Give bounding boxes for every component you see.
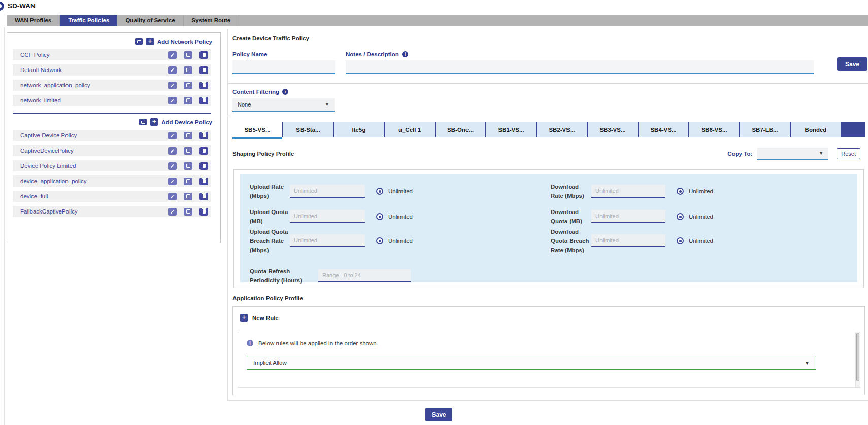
- unlimited-radio[interactable]: [677, 237, 684, 244]
- unlimited-radio[interactable]: [376, 188, 383, 195]
- unlimited-radio-label: Unlimited: [388, 238, 413, 244]
- delete-icon[interactable]: [199, 97, 208, 104]
- tab-wan-profiles[interactable]: WAN Profiles: [7, 15, 60, 26]
- brand-logo-icon: [0, 2, 4, 11]
- delete-icon[interactable]: [199, 162, 208, 170]
- download-quota-label: Download Quota (MB): [551, 207, 591, 226]
- upload-quota-input[interactable]: [290, 210, 365, 223]
- scrollbar-thumb[interactable]: [856, 333, 859, 381]
- unlimited-radio[interactable]: [376, 213, 383, 220]
- interface-tab[interactable]: SB-Sta...: [283, 122, 334, 137]
- network-policy-row[interactable]: CCF Policy: [13, 49, 211, 60]
- edit-icon[interactable]: [168, 97, 177, 104]
- device-policy-row[interactable]: CaptiveDevicePolicy: [13, 145, 211, 156]
- interface-tab[interactable]: SB6-VS...: [689, 122, 740, 137]
- unlimited-radio[interactable]: [677, 188, 684, 195]
- policy-name: network_application_policy: [20, 82, 161, 88]
- content-filtering-label-text: Content Filtering: [232, 89, 279, 95]
- tab-traffic-policies[interactable]: Traffic Policies: [60, 15, 117, 26]
- save-button-bottom[interactable]: Save: [425, 408, 452, 421]
- edit-icon[interactable]: [168, 178, 177, 185]
- device-policy-row[interactable]: FallbackCaptivePolicy: [13, 206, 211, 217]
- delete-icon[interactable]: [199, 82, 208, 89]
- copy-icon[interactable]: [184, 51, 192, 59]
- upload-breach-input[interactable]: [290, 234, 365, 247]
- reset-button[interactable]: Reset: [837, 148, 860, 159]
- interface-tab[interactable]: SB4-VS...: [639, 122, 689, 137]
- plus-icon[interactable]: +: [240, 314, 248, 322]
- rules-scrollbar[interactable]: [855, 332, 860, 387]
- delete-icon[interactable]: [199, 51, 208, 59]
- copy-icon[interactable]: [184, 178, 192, 185]
- chevron-down-icon: ▼: [819, 151, 823, 156]
- copy-icon[interactable]: [184, 82, 192, 89]
- page-title: SD-WAN: [8, 2, 36, 10]
- interface-tab[interactable]: SB2-VS...: [537, 122, 588, 137]
- policy-name-input[interactable]: [232, 60, 335, 74]
- plus-icon[interactable]: +: [150, 118, 158, 126]
- edit-icon[interactable]: [168, 147, 177, 155]
- unlimited-radio[interactable]: [376, 237, 383, 244]
- copy-icon[interactable]: [184, 193, 192, 200]
- download-rate-input[interactable]: [591, 185, 665, 198]
- delete-icon[interactable]: [199, 132, 208, 139]
- interface-tab[interactable]: lte5g: [334, 122, 385, 137]
- delete-icon[interactable]: [199, 147, 208, 155]
- info-icon[interactable]: i: [282, 89, 288, 95]
- open-window-icon[interactable]: [139, 119, 147, 125]
- new-rule-button[interactable]: New Rule: [252, 315, 279, 321]
- edit-icon[interactable]: [168, 193, 177, 200]
- delete-icon[interactable]: [199, 178, 208, 185]
- delete-icon[interactable]: [199, 208, 208, 216]
- unlimited-radio[interactable]: [677, 213, 684, 220]
- device-policy-row[interactable]: device_full: [13, 191, 211, 202]
- network-policy-row[interactable]: Default Network: [13, 64, 211, 76]
- interface-tab[interactable]: SB7-LB...: [740, 122, 791, 137]
- device-policy-row[interactable]: Captive Device Policy: [13, 130, 211, 141]
- save-button-top[interactable]: Save: [837, 57, 867, 71]
- download-breach-input[interactable]: [591, 234, 665, 247]
- open-window-icon[interactable]: [135, 38, 143, 45]
- copy-icon[interactable]: [184, 147, 192, 155]
- device-policy-row[interactable]: device_application_policy: [13, 175, 211, 187]
- interface-tab[interactable]: u_Cell 1: [385, 122, 436, 137]
- new-rule-row: + New Rule: [233, 307, 864, 322]
- tab-system-route[interactable]: System Route: [184, 15, 240, 26]
- edit-icon[interactable]: [168, 51, 177, 59]
- info-icon[interactable]: i: [402, 51, 408, 57]
- device-policy-row[interactable]: Device Policy Limited: [13, 160, 211, 171]
- edit-icon[interactable]: [168, 162, 177, 170]
- network-policy-row[interactable]: network_limited: [13, 95, 211, 106]
- delete-icon[interactable]: [199, 193, 208, 200]
- notes-input[interactable]: [346, 60, 814, 74]
- download-quota-input[interactable]: [591, 210, 665, 223]
- tab-quality-of-service[interactable]: Quality of Service: [117, 15, 183, 26]
- interface-tab[interactable]: SB1-VS...: [486, 122, 537, 137]
- upload-rate-input[interactable]: [290, 185, 365, 198]
- interface-tab[interactable]: Bonded: [791, 122, 842, 137]
- tab-scroll-button[interactable]: [842, 122, 865, 137]
- copy-icon[interactable]: [184, 97, 192, 104]
- copy-icon[interactable]: [184, 208, 192, 216]
- edit-icon[interactable]: [168, 66, 177, 74]
- network-policy-row[interactable]: network_application_policy: [13, 80, 211, 91]
- unlimited-radio-label: Unlimited: [388, 214, 413, 220]
- interface-tab[interactable]: SB5-VS...: [232, 122, 283, 137]
- add-device-policy-row: + Add Device Policy: [7, 114, 220, 130]
- edit-icon[interactable]: [168, 82, 177, 89]
- copy-icon[interactable]: [184, 66, 192, 74]
- copy-icon[interactable]: [184, 132, 192, 139]
- copy-to-select[interactable]: ▼: [757, 148, 828, 160]
- edit-icon[interactable]: [168, 208, 177, 216]
- delete-icon[interactable]: [199, 66, 208, 74]
- interface-tab[interactable]: SB-One...: [436, 122, 486, 137]
- interface-tab[interactable]: SB3-VS...: [588, 122, 639, 137]
- add-network-policy-button[interactable]: Add Network Policy: [157, 39, 212, 45]
- quota-refresh-input[interactable]: [318, 269, 411, 282]
- edit-icon[interactable]: [168, 132, 177, 139]
- add-device-policy-button[interactable]: Add Device Policy: [161, 119, 212, 125]
- content-filtering-select[interactable]: None ▼: [232, 98, 335, 112]
- implicit-allow-select[interactable]: Implicit Allow ▼: [247, 356, 816, 370]
- plus-icon[interactable]: +: [146, 38, 154, 45]
- copy-icon[interactable]: [184, 162, 192, 170]
